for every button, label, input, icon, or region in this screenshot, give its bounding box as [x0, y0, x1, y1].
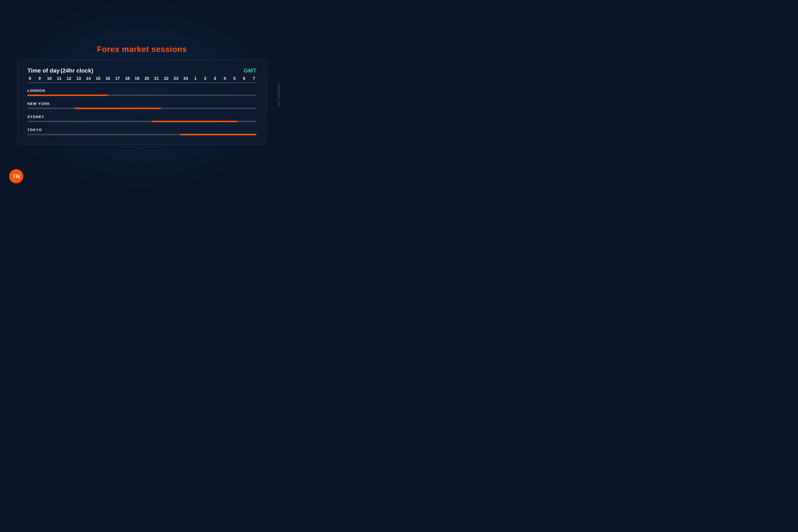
time-of-day-label: Time of day (24hr clock) [27, 67, 93, 74]
time-tick-1: 1 [193, 76, 198, 81]
clock-note: (24hr clock) [61, 67, 93, 74]
card-header: Time of day (24hr clock) GMT [27, 67, 256, 74]
session-tokyo: TOKYO [27, 128, 256, 135]
session-newyork-bar [75, 108, 161, 109]
title-highlight: market sessions [122, 45, 187, 54]
time-tick-22: 22 [164, 76, 169, 81]
time-tick-18: 18 [125, 76, 130, 81]
axis-line [27, 82, 256, 83]
page-wrapper: Forex market sessions Time of day (24hr … [0, 0, 284, 190]
time-tick-7: 7 [251, 76, 256, 81]
session-tokyo-track [27, 134, 256, 135]
time-tick-14: 14 [86, 76, 91, 81]
title-prefix: Forex [97, 45, 122, 54]
gmt-label: GMT [244, 67, 256, 74]
time-tick-9: 9 [37, 76, 42, 81]
time-tick-16: 16 [106, 76, 110, 81]
time-tick-23: 23 [173, 76, 178, 81]
session-sydney: SYDNEY [27, 115, 256, 122]
session-london: LONDON [27, 89, 256, 96]
session-london-track [27, 95, 256, 96]
time-of-day-title: Time of day [27, 67, 60, 74]
session-newyork-label: NEW YORK [27, 102, 256, 106]
session-newyork: NEW YORK [27, 102, 256, 109]
session-tokyo-label: TOKYO [27, 128, 256, 132]
time-tick-20: 20 [144, 76, 149, 81]
time-tick-10: 10 [47, 76, 52, 81]
logo-circle: TN ✓ [9, 169, 23, 183]
page-title: Forex market sessions [97, 45, 187, 54]
session-london-label: LONDON [27, 89, 256, 93]
time-tick-4: 4 [222, 76, 227, 81]
time-tick-5: 5 [232, 76, 237, 81]
time-tick-11: 11 [57, 76, 62, 81]
time-tick-19: 19 [134, 76, 139, 81]
session-tokyo-bar [180, 134, 256, 135]
time-tick-21: 21 [154, 76, 159, 81]
time-tick-24: 24 [183, 76, 188, 81]
session-sydney-bar [152, 121, 237, 122]
time-tick-13: 13 [76, 76, 81, 81]
time-tick-12: 12 [66, 76, 71, 81]
logo-checkmark: ✓ [19, 171, 22, 174]
time-tick-2: 2 [203, 76, 208, 81]
session-sydney-label: SYDNEY [27, 115, 256, 119]
time-tick-17: 17 [115, 76, 120, 81]
session-newyork-track [27, 108, 256, 109]
time-tick-6: 6 [242, 76, 247, 81]
time-tick-3: 3 [212, 76, 217, 81]
main-card: Time of day (24hr clock) GMT 89101112131… [17, 60, 267, 145]
logo-text: TN [13, 173, 20, 179]
session-london-bar [27, 95, 108, 96]
time-axis: 891011121314151617181920212223241234567 [27, 76, 256, 82]
watermark: tradenation.com [278, 83, 281, 107]
time-tick-8: 8 [27, 76, 33, 81]
session-sydney-track [27, 121, 256, 122]
logo-wrapper: TN ✓ [9, 169, 23, 183]
time-tick-15: 15 [96, 76, 100, 81]
